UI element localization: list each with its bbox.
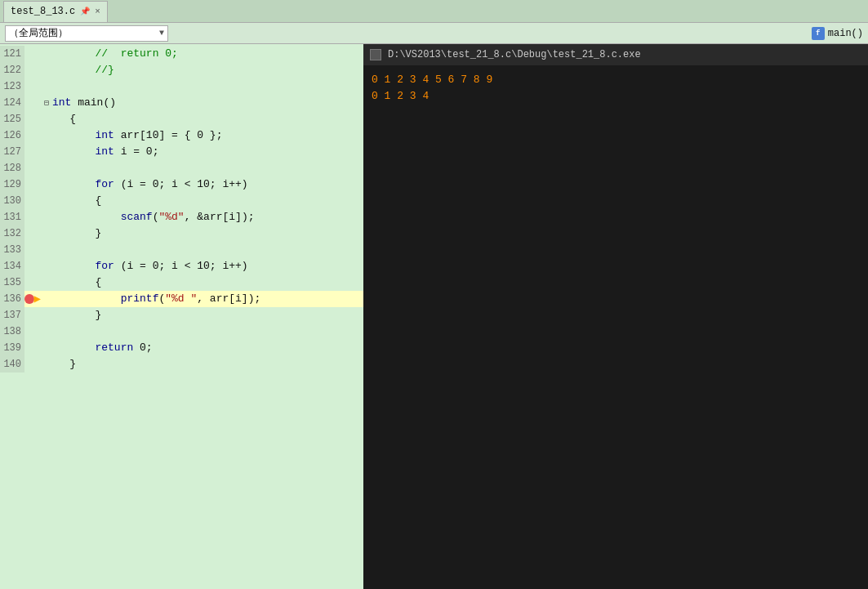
line-content: [41, 324, 363, 340]
console-output-line1: 0 1 2 3 4 5 6 7 8 9: [372, 72, 860, 88]
table-row: 122 //}: [0, 62, 363, 78]
line-indicator[interactable]: ▶: [24, 291, 41, 307]
editor-container: 121 // return 0;122 //}123124⊟int main()…: [0, 44, 868, 589]
toolbar-right: f main(): [812, 27, 863, 40]
table-row: 131 scanf("%d", &arr[i]);: [0, 209, 363, 225]
line-number: 137: [0, 307, 24, 324]
line-content: {: [41, 193, 363, 209]
line-number: 134: [0, 258, 24, 274]
line-content: scanf("%d", &arr[i]);: [41, 209, 363, 225]
line-number: 132: [0, 225, 24, 242]
tab-close-icon[interactable]: ×: [95, 7, 100, 16]
plain-token: (i = 0; i < 10; i++): [114, 260, 248, 272]
line-content: for (i = 0; i < 10; i++): [41, 258, 363, 274]
line-number: 133: [0, 242, 24, 258]
line-content: }: [41, 225, 363, 242]
scope-selector[interactable]: （全局范围） ▼: [5, 25, 168, 42]
line-indicator[interactable]: [24, 160, 41, 176]
keyword-token: for: [95, 178, 114, 190]
line-number: 129: [0, 176, 24, 193]
line-number: 131: [0, 209, 24, 225]
plain-token: }: [95, 309, 101, 321]
file-tab[interactable]: test_8_13.c 📌 ×: [3, 1, 108, 22]
line-number: 123: [0, 78, 24, 95]
table-row: 140 }: [0, 356, 363, 373]
table-row: 135 {: [0, 274, 363, 291]
line-indicator[interactable]: [24, 356, 41, 373]
scope-label: （全局范围）: [9, 26, 68, 40]
line-content: int i = 0;: [41, 144, 363, 160]
line-indicator[interactable]: [24, 144, 41, 160]
console-panel: D:\VS2013\test_21_8.c\Debug\test_21_8.c.…: [363, 44, 868, 589]
function-selector[interactable]: f main(): [812, 27, 863, 40]
line-indicator[interactable]: [24, 242, 41, 258]
line-content: for (i = 0; i < 10; i++): [41, 176, 363, 193]
line-indicator[interactable]: [24, 176, 41, 193]
table-row: 136▶ printf("%d ", arr[i]);: [0, 291, 363, 307]
line-indicator[interactable]: [24, 340, 41, 356]
tab-bar: test_8_13.c 📌 ×: [0, 0, 868, 23]
line-indicator[interactable]: [24, 46, 41, 62]
line-indicator[interactable]: [24, 274, 41, 291]
table-row: 130 {: [0, 193, 363, 209]
line-indicator[interactable]: [24, 95, 41, 111]
line-number: 124: [0, 95, 24, 111]
line-number: 125: [0, 111, 24, 127]
line-number: 140: [0, 356, 24, 373]
toolbar: （全局范围） ▼ f main(): [0, 23, 868, 44]
line-content: [41, 242, 363, 258]
line-content: }: [41, 307, 363, 324]
table-row: 139 return 0;: [0, 340, 363, 356]
console-content: 0 1 2 3 4 5 6 7 8 9 0 1 2 3 4: [363, 65, 868, 111]
line-indicator[interactable]: [24, 78, 41, 95]
code-editor[interactable]: 121 // return 0;122 //}123124⊟int main()…: [0, 44, 363, 589]
table-row: 134 for (i = 0; i < 10; i++): [0, 258, 363, 274]
table-row: 128: [0, 160, 363, 176]
line-indicator[interactable]: [24, 62, 41, 78]
line-content: [41, 78, 363, 95]
line-indicator[interactable]: [24, 111, 41, 127]
line-indicator[interactable]: [24, 209, 41, 225]
line-indicator[interactable]: [24, 127, 41, 144]
line-content: printf("%d ", arr[i]);: [41, 291, 363, 307]
table-row: 123: [0, 78, 363, 95]
console-titlebar: D:\VS2013\test_21_8.c\Debug\test_21_8.c.…: [363, 44, 868, 65]
tab-filename: test_8_13.c: [11, 6, 75, 17]
table-row: 129 for (i = 0; i < 10; i++): [0, 176, 363, 193]
keyword-token: for: [95, 260, 114, 272]
line-content: //}: [41, 62, 363, 78]
table-row: 132 }: [0, 225, 363, 242]
plain-token: }: [95, 227, 101, 239]
line-number: 135: [0, 274, 24, 291]
tab-pin-icon: 📌: [80, 7, 90, 16]
keyword-token: int: [52, 96, 71, 109]
line-indicator[interactable]: [24, 324, 41, 340]
plain-token: }: [69, 358, 76, 370]
line-number: 128: [0, 160, 24, 176]
line-content: // return 0;: [41, 46, 363, 62]
line-number: 130: [0, 193, 24, 209]
console-output-line2: 0 1 2 3 4: [372, 88, 860, 105]
function-token: scanf: [121, 211, 153, 223]
line-content: }: [41, 356, 363, 373]
table-row: 125 {: [0, 111, 363, 127]
line-number: 139: [0, 340, 24, 356]
line-indicator[interactable]: [24, 258, 41, 274]
plain-token: i = 0;: [114, 145, 159, 158]
line-number: 121: [0, 46, 24, 62]
console-text-line1: 0 1 2 3 4 5 6 7 8 9: [372, 72, 492, 88]
collapse-icon[interactable]: ⊟: [44, 96, 52, 112]
line-indicator[interactable]: [24, 307, 41, 324]
table-row: 138: [0, 324, 363, 340]
line-indicator[interactable]: [24, 193, 41, 209]
plain-token: , arr[i]);: [197, 292, 260, 305]
line-indicator[interactable]: [24, 225, 41, 242]
table-row: 124⊟int main(): [0, 95, 363, 111]
table-row: 133: [0, 242, 363, 258]
plain-token: arr[10] = { 0 };: [114, 129, 223, 141]
function-icon: f: [812, 27, 825, 40]
keyword-token: int: [95, 129, 114, 141]
line-number: 127: [0, 144, 24, 160]
table-row: 126 int arr[10] = { 0 };: [0, 127, 363, 144]
console-window-icon: [370, 49, 381, 60]
